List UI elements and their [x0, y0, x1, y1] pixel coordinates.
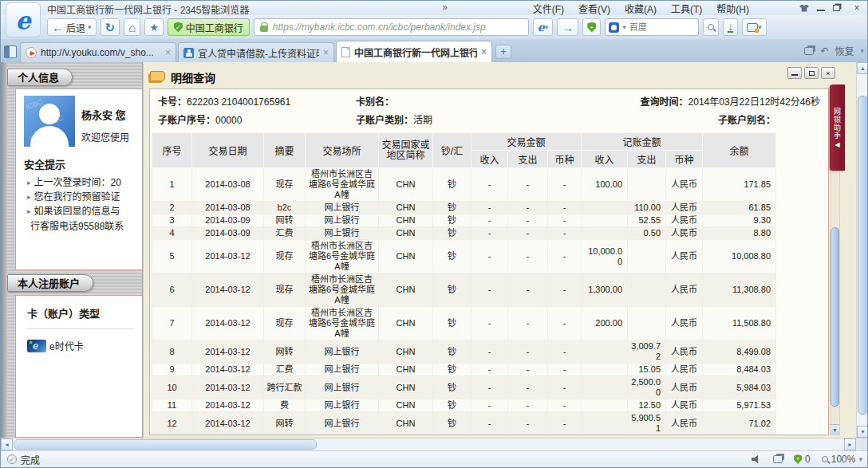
table-cell: 2014-03-12: [192, 376, 264, 399]
browser-logo[interactable]: e: [6, 2, 41, 37]
go-button[interactable]: →: [557, 18, 578, 36]
back-button[interactable]: ← 后退 ▾: [47, 18, 97, 36]
tab-close-icon[interactable]: ×: [165, 47, 171, 58]
divider: [27, 328, 134, 329]
close-icon[interactable]: ×: [848, 2, 866, 14]
table-cell: [582, 227, 628, 240]
skin-icon[interactable]: [799, 5, 809, 12]
menu-view[interactable]: 查看(V): [578, 2, 610, 15]
search-button[interactable]: [703, 18, 719, 36]
menu-tools[interactable]: 工具(T): [671, 2, 702, 15]
table-cell: -: [471, 227, 508, 240]
search-box[interactable]: ▾: [605, 18, 699, 36]
windows-icon[interactable]: [773, 455, 783, 463]
scrollbar-thumb[interactable]: [858, 96, 868, 415]
restore-dropdown-icon[interactable]: ▾: [860, 47, 864, 55]
menu-file[interactable]: 文件(F): [533, 2, 564, 15]
baidu-paw-icon[interactable]: [609, 22, 619, 33]
table-cell: 钞: [433, 364, 471, 376]
blocked-counter[interactable]: + 0: [794, 454, 811, 465]
restore-icon[interactable]: [833, 5, 840, 11]
side-promo-tab[interactable]: 网银助手 ◀: [830, 85, 845, 171]
hscrollbar-thumb[interactable]: [14, 439, 317, 450]
menu-bar: 文件(F) 查看(V) 收藏(A) 工具(T) 帮助(H): [533, 2, 749, 15]
table-cell: 网上银行: [306, 214, 379, 227]
table-cell: 跨行汇款: [264, 376, 306, 399]
screenshot-button[interactable]: ▾: [742, 18, 767, 36]
table-cell: CHN: [379, 376, 433, 399]
account-card-row[interactable]: ★ e e时代卡: [27, 339, 142, 352]
tab-yirendai[interactable]: 宜人贷申请借款-上传资料证明 ×: [178, 42, 334, 62]
menu-help[interactable]: 帮助(H): [716, 2, 749, 15]
table-cell: 人民币: [666, 168, 703, 202]
favorites-button[interactable]: ★: [144, 18, 164, 36]
search-input[interactable]: [629, 22, 695, 32]
tab-close-icon[interactable]: ×: [481, 46, 487, 57]
sub-type-value: 活期: [413, 115, 432, 126]
tab-close-icon[interactable]: ×: [323, 47, 329, 58]
table-cell: -: [548, 412, 582, 435]
security-tip: ▸ 上一次登录时间：20: [24, 175, 142, 189]
table-cell: -: [471, 307, 508, 340]
menu-favorites[interactable]: 收藏(A): [625, 2, 657, 15]
minimize-icon[interactable]: [817, 5, 825, 11]
scroll-right-icon[interactable]: ►: [844, 439, 856, 450]
scroll-down-icon[interactable]: ▼: [857, 426, 868, 438]
new-tab-button[interactable]: +: [495, 45, 511, 59]
table-row: 32014-03-09网转网上银行CHN钞---52.55人民币9.30: [152, 214, 776, 227]
tab-list-icon[interactable]: [4, 45, 17, 58]
table-cell: 网上银行: [306, 435, 379, 436]
account-card-label[interactable]: e时代卡: [49, 339, 84, 352]
inner-scroll-down-icon[interactable]: ▼: [831, 424, 839, 435]
table-cell: 钞: [433, 376, 471, 399]
home-icon: ⌂: [128, 22, 136, 33]
site-identity-badge[interactable]: ✓ 中国工商银行: [168, 18, 250, 36]
personal-info-header[interactable]: 个人信息: [7, 69, 73, 86]
refresh-button[interactable]: ↻: [101, 18, 120, 36]
panel-restore-button[interactable]: [804, 67, 819, 79]
zoom-control[interactable]: 100% ▾: [822, 454, 862, 465]
search-engine-dropdown-icon[interactable]: ▾: [622, 23, 626, 31]
inner-scrollbar-thumb[interactable]: [831, 227, 839, 407]
url-text[interactable]: https://mybank.icbc.com.cn/icbc/perbank/…: [273, 22, 486, 33]
table-cell: 网上银行: [306, 227, 379, 240]
panel-minimize-button[interactable]: [787, 67, 802, 79]
menu-overflow-icon[interactable]: »: [442, 2, 448, 13]
tab-thumbnails-icon[interactable]: [804, 47, 814, 55]
col-cash: 钞/汇: [433, 133, 471, 168]
table-row: 22014-03-08b2c网上银行CHN钞---110.00人民币61.85: [152, 202, 776, 214]
table-cell: 人民币: [666, 273, 703, 307]
ie-dropdown-icon[interactable]: ▾: [545, 23, 549, 31]
scroll-left-icon[interactable]: ◄: [1, 439, 13, 450]
card-no-value: 622203 2104001765961: [187, 96, 290, 108]
query-time-label: 查询时间：: [641, 96, 688, 108]
restore-curve-icon[interactable]: ↶: [820, 45, 828, 57]
address-bar[interactable]: https://mybank.icbc.com.cn/icbc/perbank/…: [254, 18, 529, 36]
table-cell: -: [548, 376, 582, 399]
horizontal-scrollbar[interactable]: ◄ ►: [1, 438, 868, 450]
status-check-icon: ✓: [7, 454, 17, 464]
tab-label: http://v.youku.com/v_sho...: [41, 47, 161, 58]
query-time-value: 2014年03月22日12时42分46秒: [688, 96, 820, 108]
download-button[interactable]: ↓: [723, 18, 738, 36]
table-cell: [582, 376, 628, 399]
table-cell: 1: [152, 168, 192, 202]
tab-youku[interactable]: http://v.youku.com/v_sho... ×: [20, 42, 176, 62]
registered-accounts-header[interactable]: 本人注册账户: [7, 274, 93, 292]
zoom-icon: [822, 456, 828, 462]
panel-close-button[interactable]: ×: [821, 67, 835, 79]
table-cell: 12: [152, 412, 192, 435]
table-cell: 钞: [433, 399, 471, 412]
tab-icbc-active[interactable]: 中国工商银行新一代网上银行 ×: [336, 41, 492, 62]
scroll-up-icon[interactable]: ▲: [857, 62, 868, 74]
speaker-icon[interactable]: [752, 455, 762, 464]
security-shield-button[interactable]: +: [582, 18, 601, 36]
ie-mode-button[interactable]: e▾: [533, 18, 553, 36]
zoom-dropdown-icon[interactable]: ▾: [858, 455, 862, 463]
restore-tabs-label[interactable]: 恢复: [834, 44, 854, 57]
sub-seq-value: 00000: [215, 115, 242, 126]
vertical-scrollbar[interactable]: ▲ ▼: [856, 62, 868, 438]
back-dropdown-icon[interactable]: ▾: [88, 23, 92, 31]
home-button[interactable]: ⌂: [124, 18, 140, 36]
table-cell: -: [471, 273, 508, 307]
